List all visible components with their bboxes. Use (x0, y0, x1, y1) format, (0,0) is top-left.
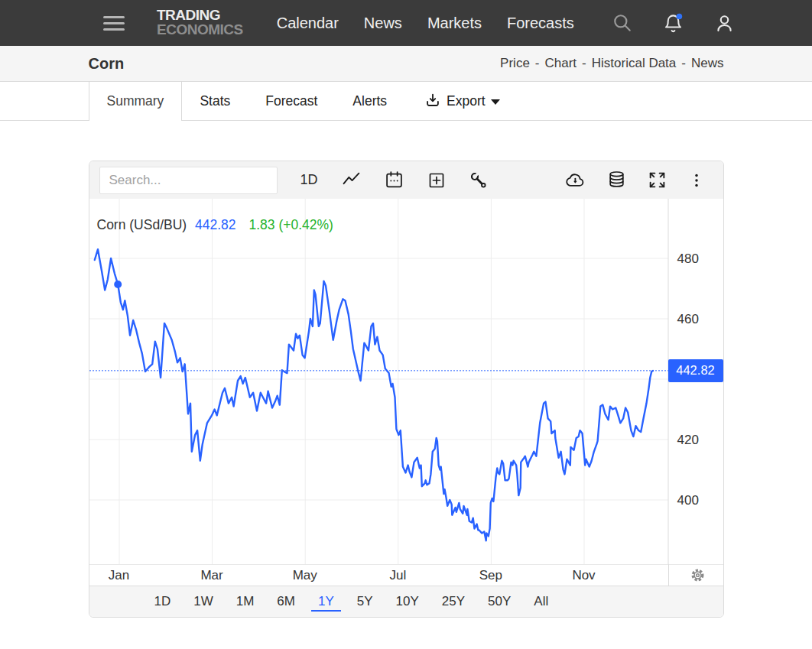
compare-icon[interactable] (427, 171, 446, 190)
breadcrumb-link-historical-data[interactable]: Historical Data (592, 56, 677, 71)
tools-icon[interactable] (469, 171, 488, 190)
breadcrumb-link-price[interactable]: Price (500, 56, 530, 71)
symbol-header: Corn Price-Chart-Historical Data-News (0, 46, 812, 82)
gear-icon[interactable] (689, 566, 706, 584)
tab-forecast[interactable]: Forecast (248, 82, 335, 120)
current-price-badge: 442.82 (668, 359, 723, 382)
nav-link-news[interactable]: News (364, 15, 402, 32)
range-button-1d[interactable]: 1D (148, 592, 178, 612)
breadcrumb-separator: - (582, 56, 586, 71)
nav-links: CalendarNewsMarketsForecasts (277, 15, 574, 32)
nav-link-calendar[interactable]: Calendar (277, 15, 339, 32)
y-axis-label: 480 (677, 251, 719, 267)
breadcrumb-link-chart[interactable]: Chart (545, 56, 577, 71)
x-axis-label: Jul (389, 568, 406, 583)
calendar-icon[interactable] (385, 170, 404, 190)
range-button-5y[interactable]: 5Y (350, 592, 380, 612)
account-icon[interactable] (714, 13, 735, 34)
chart-legend: Corn (USd/BU) 442.82 1.83 (+0.42%) (97, 217, 333, 233)
range-button-10y[interactable]: 10Y (389, 592, 426, 612)
line-style-icon[interactable] (342, 170, 361, 190)
hamburger-icon[interactable] (103, 16, 125, 31)
range-button-25y[interactable]: 25Y (435, 592, 472, 612)
logo-line-2: ECONOMICS (157, 23, 243, 37)
y-axis-label: 460 (677, 312, 719, 327)
site-logo[interactable]: TRADING ECONOMICS (157, 8, 243, 37)
breadcrumb-separator: - (681, 56, 686, 71)
breadcrumb-separator: - (535, 56, 540, 71)
x-axis-label: May (293, 568, 317, 583)
tab-alerts[interactable]: Alerts (335, 82, 404, 120)
chart-widget: 1D (89, 161, 724, 618)
chart-toolbar: 1D (89, 161, 723, 199)
cloud-download-icon[interactable] (565, 170, 586, 190)
nav-link-markets[interactable]: Markets (427, 15, 482, 32)
interval-button[interactable]: 1D (300, 172, 318, 188)
top-navbar: TRADING ECONOMICS CalendarNewsMarketsFor… (0, 0, 812, 46)
chevron-down-icon (491, 99, 500, 105)
toolbar-right-icons (565, 170, 705, 190)
range-button-all[interactable]: All (527, 592, 555, 612)
export-button[interactable]: Export (424, 82, 500, 120)
legend-price: 442.82 (195, 217, 236, 232)
fullscreen-icon[interactable] (648, 170, 667, 190)
notifications-icon[interactable] (663, 13, 684, 34)
export-label: Export (447, 93, 486, 109)
x-axis-label: Jan (109, 568, 129, 583)
price-chart-svg (89, 199, 723, 564)
x-axis-label: Mar (200, 568, 222, 583)
more-icon[interactable] (688, 171, 705, 190)
range-button-1m[interactable]: 1M (229, 592, 261, 612)
x-axis-label: Sep (479, 568, 502, 583)
nav-link-forecasts[interactable]: Forecasts (507, 15, 574, 32)
event-marker-dot[interactable] (114, 281, 122, 288)
range-selector: 1D1W1M6M1Y5Y10Y25Y50YAll (89, 586, 723, 617)
breadcrumb-link-news[interactable]: News (691, 56, 724, 71)
chart-x-axis: JanMarMayJulSepNov (89, 564, 723, 586)
download-icon (424, 92, 441, 109)
tab-summary[interactable]: Summary (89, 82, 183, 121)
legend-change: 1.83 (+0.42%) (248, 217, 333, 232)
nav-icons (612, 13, 735, 34)
y-axis-label: 420 (677, 433, 719, 448)
y-axis-label: 400 (677, 493, 719, 508)
legend-symbol: Corn (USd/BU) (97, 217, 187, 232)
search-icon[interactable] (612, 13, 632, 33)
data-source-icon[interactable] (607, 170, 626, 190)
x-axis-label: Nov (572, 568, 595, 583)
price-line-series (94, 249, 652, 540)
axis-divider (668, 564, 669, 586)
search-input[interactable] (99, 167, 278, 194)
chart-plot-area[interactable]: Corn (USd/BU) 442.82 1.83 (+0.42%) 442.8… (89, 199, 723, 564)
range-button-50y[interactable]: 50Y (481, 592, 518, 612)
breadcrumb: Price-Chart-Historical Data-News (500, 56, 723, 71)
tabs-bar: SummaryStatsForecastAlerts Export (0, 82, 812, 121)
range-button-1w[interactable]: 1W (187, 592, 220, 612)
range-button-1y[interactable]: 1Y (311, 592, 341, 612)
range-button-6m[interactable]: 6M (270, 592, 302, 612)
page-title: Corn (89, 55, 125, 73)
tab-stats[interactable]: Stats (182, 82, 248, 120)
